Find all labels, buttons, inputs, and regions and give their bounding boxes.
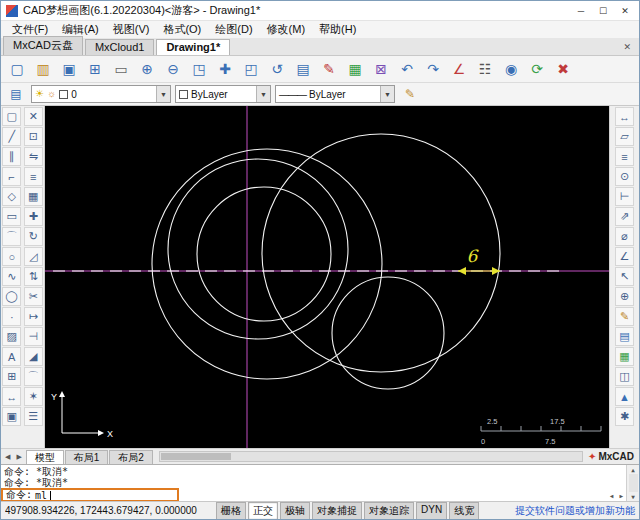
new-button[interactable]: ▢: [4, 58, 30, 80]
measure-button[interactable]: ◫: [615, 367, 634, 386]
polyline-button[interactable]: ⌐: [2, 167, 21, 186]
refresh-button[interactable]: ⟳: [524, 58, 550, 80]
sketch-pencil-button[interactable]: ✎: [316, 58, 342, 80]
dim-radius-button[interactable]: ⌀: [615, 227, 634, 246]
dim-aligned-button[interactable]: ⇗: [615, 207, 634, 226]
color-palette-button[interactable]: ▦: [342, 58, 368, 80]
status-toggle-dyn[interactable]: DYN: [416, 502, 447, 520]
drawing-circle-3[interactable]: [168, 159, 348, 339]
edit-text-button[interactable]: ✎: [615, 307, 634, 326]
linetype-select[interactable]: ——— ByLayer ▼: [275, 85, 395, 103]
command-scroll-left-icon[interactable]: ◀: [607, 492, 617, 499]
command-input[interactable]: 命令: ml: [1, 488, 179, 502]
hatch-button[interactable]: ▨: [2, 327, 21, 346]
stretch-button[interactable]: ⇅: [24, 267, 43, 286]
status-toggle-otrack[interactable]: 对象追踪: [364, 502, 414, 520]
linetype-dropdown-icon[interactable]: ▼: [380, 86, 394, 102]
plot-preview-button[interactable]: ▭: [108, 58, 134, 80]
zoom-out-button[interactable]: ⊖: [160, 58, 186, 80]
doc-tab-drawing1[interactable]: Drawing1*: [156, 39, 230, 55]
status-toggle-grid[interactable]: 栅格: [216, 502, 246, 520]
select-button[interactable]: ▢: [2, 107, 21, 126]
layout-tab-model[interactable]: 模型: [26, 450, 64, 464]
center-mark-button[interactable]: ⊕: [615, 287, 634, 306]
status-toggle-lineweight[interactable]: 线宽: [449, 502, 479, 520]
ellipse-button[interactable]: ◯: [2, 287, 21, 306]
horizontal-scrollbar[interactable]: [159, 451, 583, 462]
doc-tab-mxcad-cloud[interactable]: MxCAD云盘: [3, 36, 83, 55]
color-select[interactable]: ByLayer ▼: [175, 85, 271, 103]
redo-button[interactable]: ↷: [420, 58, 446, 80]
layer-dropdown-icon[interactable]: ▼: [156, 86, 170, 102]
dim-linear-button[interactable]: ⊢: [615, 187, 634, 206]
extend-button[interactable]: ↦: [24, 307, 43, 326]
command-scrollbar-track[interactable]: [629, 474, 638, 492]
rotate-button[interactable]: ↻: [24, 227, 43, 246]
id-point-button[interactable]: ⊙: [615, 167, 634, 186]
maximize-button[interactable]: ☐: [592, 3, 614, 18]
rectangle-button[interactable]: ▭: [2, 207, 21, 226]
web-button[interactable]: ◉: [498, 58, 524, 80]
layout-tab-layout2[interactable]: 布局2: [109, 450, 153, 464]
regen-button[interactable]: ↺: [264, 58, 290, 80]
doc-tab-close-icon[interactable]: ✕: [619, 42, 635, 55]
list-button[interactable]: ≡: [615, 147, 634, 166]
color-dropdown-icon[interactable]: ▼: [256, 86, 270, 102]
command-scroll-right-icon[interactable]: ▶: [616, 492, 626, 499]
chamfer-button[interactable]: ◢: [24, 347, 43, 366]
arc-button[interactable]: ⌒: [2, 227, 21, 246]
layout-scroll-left-icon[interactable]: ◀: [3, 453, 12, 461]
point-button[interactable]: ·: [2, 307, 21, 326]
close-button[interactable]: ✕: [614, 3, 636, 18]
save-as-button[interactable]: ⊞: [82, 58, 108, 80]
draw-order-button[interactable]: ▤: [290, 58, 316, 80]
move-button[interactable]: ✚: [24, 207, 43, 226]
status-toggle-polar[interactable]: 极轴: [280, 502, 310, 520]
save-button[interactable]: ▣: [56, 58, 82, 80]
block-button[interactable]: ▣: [2, 407, 21, 426]
layer-select[interactable]: ☀ ☼ 0 ▼: [31, 85, 171, 103]
export-image-button[interactable]: ✖: [550, 58, 576, 80]
erase-button[interactable]: ✕: [24, 107, 43, 126]
dimension-button[interactable]: ↔: [2, 387, 21, 406]
break-button[interactable]: ⊣: [24, 327, 43, 346]
fillet-button[interactable]: ⌒: [24, 367, 43, 386]
pan-button[interactable]: ✚: [212, 58, 238, 80]
layout-tab-layout1[interactable]: 布局1: [65, 450, 109, 464]
leader-button[interactable]: ↖: [615, 267, 634, 286]
zoom-window-button[interactable]: ◰: [238, 58, 264, 80]
layout-scroll-right-icon[interactable]: ▶: [14, 453, 23, 461]
doc-tab-mxcloud1[interactable]: MxCloud1: [85, 39, 155, 55]
command-scrollbar[interactable]: ▲ ▼: [626, 465, 639, 501]
drawing-svg[interactable]: 6YX2.517.507.5: [45, 106, 609, 448]
undo-button[interactable]: ↶: [394, 58, 420, 80]
group-button[interactable]: ▦: [615, 347, 634, 366]
construction-line-button[interactable]: ∥: [2, 147, 21, 166]
drawing-circle-4[interactable]: [197, 187, 331, 321]
area-button[interactable]: ▱: [615, 127, 634, 146]
status-toggle-osnap[interactable]: 对象捕捉: [312, 502, 362, 520]
command-scroll-up-icon[interactable]: ▲: [628, 466, 638, 473]
command-scroll-down-icon[interactable]: ▼: [628, 493, 638, 500]
nav-up-button[interactable]: ▲: [615, 387, 634, 406]
open-button[interactable]: ▥: [30, 58, 56, 80]
table-button[interactable]: ⊞: [2, 367, 21, 386]
insert-block-button[interactable]: ⊠: [368, 58, 394, 80]
scale-button[interactable]: ◿: [24, 247, 43, 266]
properties-button[interactable]: ☰: [24, 407, 43, 426]
status-toggle-ortho[interactable]: 正交: [248, 502, 278, 520]
horizontal-scrollbar-thumb[interactable]: [161, 453, 231, 460]
copy-button[interactable]: ⊡: [24, 127, 43, 146]
angle-tool-button[interactable]: ∠: [446, 58, 472, 80]
array-button[interactable]: ▦: [24, 187, 43, 206]
zoom-in-button[interactable]: ⊕: [134, 58, 160, 80]
polygon-button[interactable]: ◇: [2, 187, 21, 206]
distance-button[interactable]: ↔: [615, 107, 634, 126]
spline-button[interactable]: ∿: [2, 267, 21, 286]
print-button[interactable]: ☷: [472, 58, 498, 80]
zoom-extents-button[interactable]: ◳: [186, 58, 212, 80]
drawing-circle-1[interactable]: [152, 149, 382, 379]
trim-button[interactable]: ✂: [24, 287, 43, 306]
circle-button[interactable]: ○: [2, 247, 21, 266]
feedback-link[interactable]: 提交软件问题或增加新功能: [515, 504, 635, 518]
